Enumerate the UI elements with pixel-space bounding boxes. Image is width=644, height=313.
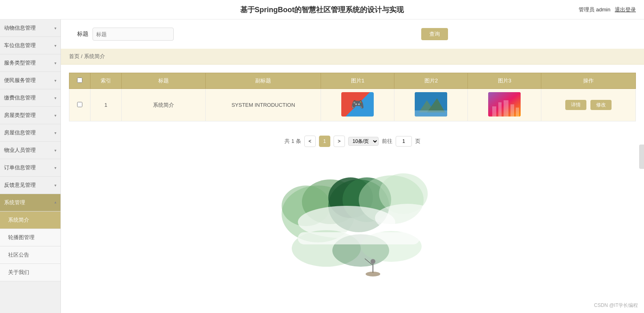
sidebar-item-parking[interactable]: 车位信息管理 ▾	[0, 37, 60, 54]
svg-rect-5	[492, 106, 496, 117]
svg-rect-24	[298, 232, 420, 244]
search-button[interactable]: 查询	[421, 28, 448, 40]
sidebar-item-room-type[interactable]: 房屋类型管理 ▾	[0, 107, 60, 124]
search-input[interactable]	[93, 28, 174, 41]
th-index: 索引	[90, 73, 122, 89]
sidebar-item-room-info[interactable]: 房屋信息管理 ▾	[0, 124, 60, 142]
sidebar-subitem-intro[interactable]: 系统简介	[0, 212, 60, 229]
goto-suffix: 页	[415, 138, 420, 145]
user-label: 管理员 admin	[579, 6, 610, 13]
sidebar-item-service-type[interactable]: 服务类型管理 ▾	[0, 54, 60, 72]
chevron-down-icon: ▾	[54, 148, 56, 153]
row-index: 1	[90, 89, 122, 121]
row-subtitle: SYSTEM INTRODUCTION	[206, 89, 321, 121]
search-label: 标题	[77, 30, 88, 38]
svg-rect-8	[510, 104, 514, 117]
sidebar-item-feedback[interactable]: 反馈意见管理 ▾	[0, 177, 60, 194]
th-operations: 操作	[541, 73, 636, 89]
svg-rect-3	[415, 110, 447, 117]
svg-rect-9	[516, 108, 519, 117]
table-row: 1 系统简介 SYSTEM INTRODUCTION 🎮	[69, 89, 636, 121]
chevron-down-icon: ▾	[54, 113, 56, 118]
search-bar: 标题 查询	[61, 19, 644, 49]
sidebar-subitem-notice[interactable]: 社区公告	[0, 246, 60, 264]
chevron-down-icon: ▾	[54, 78, 56, 83]
sidebar-item-animal[interactable]: 动物信息管理 ▾	[0, 19, 60, 37]
city-svg	[488, 92, 521, 117]
row-img3-cell	[468, 89, 541, 121]
sidebar-item-fee[interactable]: 缴费信息管理 ▾	[0, 89, 60, 107]
edit-button[interactable]: 修改	[590, 100, 612, 110]
chevron-up-icon: ▾	[54, 201, 56, 205]
chevron-down-icon: ▾	[54, 166, 56, 170]
sidebar-item-property[interactable]: 物业人员管理 ▾	[0, 142, 60, 159]
logout-button[interactable]: 退出登录	[615, 6, 636, 13]
th-subtitle: 副标题	[206, 73, 321, 89]
row-title: 系统简介	[122, 89, 206, 121]
prev-page-button[interactable]: <	[304, 136, 316, 147]
th-img2: 图片2	[394, 73, 468, 89]
row-img2-cell	[394, 89, 468, 121]
row-img3	[488, 92, 521, 117]
sidebar-item-convenience[interactable]: 便民服务管理 ▾	[0, 72, 60, 89]
header-user-area: 管理员 admin 退出登录	[579, 6, 636, 13]
sidebar-subitem-carousel[interactable]: 轮播图管理	[0, 229, 60, 246]
decorative-image-area	[61, 153, 644, 295]
svg-point-20	[375, 204, 440, 232]
svg-rect-7	[504, 100, 508, 117]
svg-point-27	[366, 272, 380, 276]
page-size-select[interactable]: 10条/页	[348, 137, 379, 146]
table-header-row: 索引 标题 副标题 图片1 图片2 图片3 操作	[69, 73, 636, 89]
header-title: 基于SpringBoot的智慧社区管理系统的设计与实现	[240, 5, 404, 15]
main-layout: 动物信息管理 ▾ 车位信息管理 ▾ 服务类型管理 ▾ 便民服务管理 ▾ 缴费信息…	[0, 19, 644, 313]
goto-page-input[interactable]	[396, 136, 412, 147]
chevron-down-icon: ▾	[54, 26, 56, 30]
right-scroll-tab[interactable]	[639, 145, 644, 169]
watermark: CSDN @IT学长编程	[594, 302, 638, 309]
th-img1: 图片1	[321, 73, 394, 89]
detail-button[interactable]: 详情	[565, 100, 586, 110]
goto-prefix: 前往	[382, 138, 392, 145]
page-1-button[interactable]: 1	[319, 136, 330, 147]
chevron-down-icon: ▾	[54, 131, 56, 135]
row-img1: 🎮	[341, 92, 374, 117]
row-img1-cell: 🎮	[321, 89, 394, 121]
chevron-down-icon: ▾	[54, 43, 56, 48]
sidebar-subitem-about[interactable]: 关于我们	[0, 264, 60, 281]
svg-point-26	[370, 259, 375, 264]
watercolor-illustration	[265, 161, 440, 283]
chevron-down-icon: ▾	[54, 61, 56, 65]
sidebar: 动物信息管理 ▾ 车位信息管理 ▾ 服务类型管理 ▾ 便民服务管理 ▾ 缴费信息…	[0, 19, 61, 313]
chevron-down-icon: ▾	[54, 96, 56, 100]
gamepad-icon: 🎮	[351, 98, 364, 111]
pagination: 共 1 条 < 1 > 10条/页 前往 页	[61, 130, 644, 153]
total-label: 共 1 条	[284, 138, 301, 145]
data-table: 索引 标题 副标题 图片1 图片2 图片3 操作 1	[69, 73, 636, 121]
breadcrumb: 首页 / 系统简介	[61, 49, 644, 65]
chevron-down-icon: ▾	[54, 183, 56, 188]
sidebar-item-order[interactable]: 订单信息管理 ▾	[0, 159, 60, 177]
header: 基于SpringBoot的智慧社区管理系统的设计与实现 管理员 admin 退出…	[0, 0, 644, 19]
svg-rect-6	[498, 102, 502, 117]
row-img2	[415, 92, 447, 117]
th-title: 标题	[122, 73, 206, 89]
select-all-checkbox[interactable]	[77, 78, 82, 83]
sidebar-item-system[interactable]: 系统管理 ▾	[0, 194, 60, 212]
row-operations: 详情 修改	[541, 89, 636, 121]
th-checkbox	[69, 73, 90, 89]
content-area: 标题 查询 首页 / 系统简介 索引 标题 副标题 图片1	[61, 19, 644, 313]
row-checkbox[interactable]	[77, 102, 82, 107]
table-container: 索引 标题 副标题 图片1 图片2 图片3 操作 1	[61, 65, 644, 130]
next-page-button[interactable]: >	[334, 136, 345, 147]
mountain-svg	[415, 92, 447, 117]
row-checkbox-cell	[69, 89, 90, 121]
th-img3: 图片3	[468, 73, 541, 89]
